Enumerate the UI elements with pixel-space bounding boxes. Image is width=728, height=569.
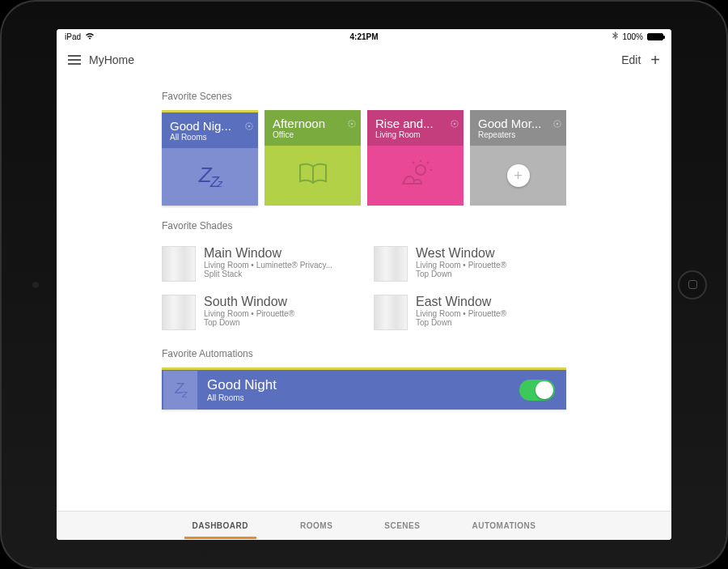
shade-subtitle: Living Room • Pirouette® [416,261,506,270]
device-label: iPad [65,32,81,41]
svg-point-6 [454,123,456,125]
shade-subtitle: Living Room • Pirouette® [416,309,506,318]
section-title-scenes: Favorite Scenes [162,91,566,102]
shade-thumb [374,295,408,330]
tab-rooms[interactable]: ROOMS [297,513,336,538]
ipad-bezel: iPad 4:21PM 100% MyHome Edit + [0,0,728,569]
automation-thumb: Zz [163,371,197,410]
scene-sub: Repeaters [478,130,558,139]
shade-subtitle2: Split Stack [204,270,332,278]
svg-point-7 [416,165,425,175]
favorite-automations-section: Favorite Automations Zz Good Night All R… [162,333,566,418]
wifi-icon [85,32,95,41]
sunrise-icon [398,160,434,191]
scene-sub: All Rooms [170,133,250,142]
shade-subtitle: Living Room • Pirouette® [204,309,294,318]
bluetooth-icon [612,32,618,41]
shade-title: South Window [204,295,294,309]
svg-line-11 [413,162,414,163]
clock: 4:21PM [349,32,378,41]
scene-tile-good-morning[interactable]: Good Mor... Repeaters + [470,110,566,206]
scene-tile-good-night[interactable]: Good Nig... All Rooms ZZz [162,110,258,206]
favorite-scenes-section: Favorite Scenes Good Nig... All Rooms ZZ… [162,76,566,206]
gear-icon[interactable] [245,119,253,134]
shade-thumb [162,246,196,282]
shade-subtitle: Living Room • Luminette® Privacy... [204,261,332,270]
scene-tile-rise-and-shine[interactable]: Rise and... Living Room [367,110,463,206]
shade-title: West Window [416,246,506,261]
content-scroll[interactable]: Favorite Scenes Good Nig... All Rooms ZZ… [57,76,671,511]
svg-point-3 [351,123,353,125]
shade-item-east-window[interactable]: East Window Living Room • Pirouette® Top… [374,291,566,333]
tab-bar: DASHBOARD ROOMS SCENES AUTOMATIONS [57,511,671,540]
gear-icon[interactable] [451,117,459,131]
shade-thumb [162,295,196,330]
sleep-icon: Zz [175,380,185,400]
favorite-shades-section: Favorite Shades Main Window Living Room … [162,206,566,333]
screen: iPad 4:21PM 100% MyHome Edit + [57,29,671,540]
front-camera [32,282,39,288]
automation-row-good-night[interactable]: Zz Good Night All Rooms [162,367,566,410]
shade-title: Main Window [204,246,332,261]
shade-item-south-window[interactable]: South Window Living Room • Pirouette® To… [162,291,354,333]
status-bar: iPad 4:21PM 100% [57,29,671,44]
svg-line-9 [427,162,429,163]
shade-subtitle2: Top Down [204,318,294,327]
tab-automations[interactable]: AUTOMATIONS [468,513,539,538]
tab-scenes[interactable]: SCENES [381,513,423,538]
svg-point-13 [557,123,559,125]
menu-icon[interactable] [68,55,81,65]
scene-name: Good Nig... [170,119,243,133]
shade-item-main-window[interactable]: Main Window Living Room • Luminette® Pri… [162,243,354,285]
scene-name: Good Mor... [478,117,551,130]
app-bar: MyHome Edit + [57,44,671,76]
shade-title: East Window [416,295,506,309]
tab-dashboard[interactable]: DASHBOARD [189,513,252,538]
section-title-automations: Favorite Automations [162,348,566,359]
add-circle-icon: + [507,164,530,187]
shade-item-west-window[interactable]: West Window Living Room • Pirouette® Top… [374,243,566,285]
shade-subtitle2: Top Down [416,270,506,278]
section-title-shades: Favorite Shades [162,220,566,231]
sleep-icon: ZZz [199,163,222,191]
add-button[interactable]: + [650,52,660,68]
page-title: MyHome [89,53,134,66]
automation-toggle[interactable] [519,380,555,401]
home-button[interactable] [678,270,707,299]
battery-pct: 100% [622,32,643,41]
scene-sub: Office [273,130,353,139]
scene-tile-afternoon[interactable]: Afternoon Office [265,110,361,206]
svg-point-1 [248,125,251,128]
gear-icon[interactable] [348,117,356,131]
automation-sub: All Rooms [207,393,277,402]
scene-name: Afternoon [273,117,345,130]
shade-thumb [374,246,408,282]
gear-icon[interactable] [553,117,561,131]
battery-icon [647,33,663,40]
shade-subtitle2: Top Down [416,318,506,327]
book-icon [297,162,329,189]
scene-name: Rise and... [375,117,448,130]
edit-button[interactable]: Edit [621,53,641,66]
scenes-row: Good Nig... All Rooms ZZz Afternoon Offi… [162,110,566,206]
scene-sub: Living Room [375,130,455,139]
automation-title: Good Night [207,377,277,393]
